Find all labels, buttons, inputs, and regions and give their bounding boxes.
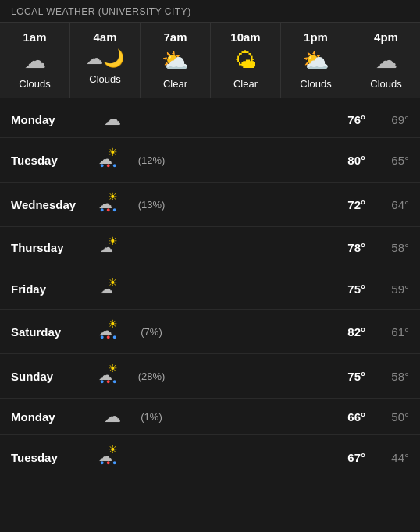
forecast-icon: ☀ ☁ ● ● ● bbox=[97, 443, 128, 471]
hour-icon: ⛅ bbox=[162, 50, 189, 72]
hour-condition: Clear bbox=[233, 78, 258, 90]
hour-item: 1am ☁ Clouds bbox=[0, 23, 70, 98]
forecast-day: Sunday bbox=[11, 370, 97, 383]
forecast-low: 58° bbox=[379, 241, 409, 254]
forecast-icon: ☀ ☁ ● ● ● bbox=[97, 362, 128, 390]
hour-icon: ⛅ bbox=[302, 50, 329, 72]
forecast-low: 64° bbox=[379, 198, 409, 211]
forecast-row: Wednesday ☀ ☁ ● ● ● (13%) 72° 64° bbox=[0, 183, 420, 227]
forecast-temps: 75° 59° bbox=[336, 282, 409, 296]
forecast-icon: ☀ ☁ ● ● ● bbox=[97, 317, 128, 346]
forecast-low: 65° bbox=[379, 154, 409, 167]
forecast-icon: ☀ ☁ ● ● ● bbox=[97, 146, 128, 174]
forecast-day: Friday bbox=[11, 282, 97, 296]
daily-forecast: Monday ☁ 76° 69° Tuesday ☀ ☁ ● ● ● (12%)… bbox=[0, 101, 420, 479]
hour-item: 4am ☁🌙 Clouds bbox=[70, 23, 141, 98]
forecast-high: 66° bbox=[336, 410, 365, 424]
forecast-row: Tuesday ☀ ☁ ● ● ● 67° 44° bbox=[0, 435, 420, 479]
hourly-forecast: 1am ☁ Clouds 4am ☁🌙 Clouds 7am ⛅ Clear 1… bbox=[0, 22, 420, 98]
hour-condition: Clouds bbox=[370, 78, 401, 90]
forecast-high: 67° bbox=[336, 451, 365, 464]
forecast-row: Monday ☁ (1%) 66° 50° bbox=[0, 399, 420, 435]
forecast-icon: ☁ bbox=[97, 406, 128, 427]
hour-time: 4pm bbox=[374, 30, 398, 44]
hour-time: 4am bbox=[93, 30, 116, 44]
forecast-high: 78° bbox=[336, 241, 365, 254]
forecast-icon: ☁ bbox=[97, 109, 128, 129]
forecast-precip: (12%) bbox=[128, 154, 175, 166]
hour-icon: 🌤 bbox=[235, 50, 257, 72]
forecast-day: Tuesday bbox=[11, 154, 97, 167]
forecast-temps: 72° 64° bbox=[336, 198, 409, 211]
forecast-row: Saturday ☀ ☁ ● ● ● (7%) 82° 61° bbox=[0, 310, 420, 354]
hour-condition: Clouds bbox=[89, 73, 120, 85]
forecast-row: Monday ☁ 76° 69° bbox=[0, 101, 420, 138]
forecast-low: 61° bbox=[379, 325, 409, 339]
forecast-icon: ☀ ☁ bbox=[97, 235, 128, 260]
forecast-high: 75° bbox=[336, 370, 365, 383]
hour-item: 4pm ☁ Clouds bbox=[351, 23, 420, 98]
forecast-low: 50° bbox=[379, 410, 409, 424]
forecast-precip: (7%) bbox=[128, 326, 175, 338]
forecast-icon: ☀ ☁ bbox=[97, 276, 128, 301]
hour-condition: Clouds bbox=[19, 78, 50, 90]
forecast-temps: 76° 69° bbox=[336, 113, 409, 126]
forecast-low: 44° bbox=[379, 451, 409, 464]
forecast-low: 59° bbox=[379, 282, 409, 296]
forecast-precip: (1%) bbox=[128, 411, 175, 423]
hour-item: 7am ⛅ Clear bbox=[141, 23, 211, 98]
hour-icon: ☁ bbox=[376, 50, 397, 72]
forecast-high: 82° bbox=[336, 325, 365, 339]
forecast-high: 72° bbox=[336, 198, 365, 211]
header: LOCAL WEATHER (UNIVERSITY CITY) bbox=[0, 0, 420, 22]
hour-condition: Clouds bbox=[300, 78, 331, 90]
hour-icon: ☁🌙 bbox=[86, 50, 124, 67]
forecast-high: 76° bbox=[336, 113, 365, 126]
forecast-high: 80° bbox=[336, 154, 365, 167]
forecast-day: Monday bbox=[11, 113, 97, 126]
hour-time: 7am bbox=[163, 30, 187, 44]
forecast-day: Tuesday bbox=[11, 451, 97, 464]
forecast-low: 69° bbox=[379, 113, 409, 126]
forecast-temps: 82° 61° bbox=[336, 325, 409, 339]
hour-item: 10am 🌤 Clear bbox=[211, 23, 281, 98]
forecast-day: Monday bbox=[11, 410, 97, 424]
forecast-day: Saturday bbox=[11, 325, 97, 339]
forecast-day: Wednesday bbox=[11, 198, 97, 211]
hour-item: 1pm ⛅ Clouds bbox=[281, 23, 351, 98]
forecast-temps: 78° 58° bbox=[336, 241, 409, 254]
hour-time: 10am bbox=[230, 30, 260, 44]
forecast-row: Friday ☀ ☁ 75° 59° bbox=[0, 268, 420, 310]
forecast-precip: (13%) bbox=[128, 199, 175, 211]
hour-time: 1am bbox=[23, 30, 46, 44]
forecast-row: Thursday ☀ ☁ 78° 58° bbox=[0, 227, 420, 268]
forecast-high: 75° bbox=[336, 282, 365, 296]
forecast-temps: 66° 50° bbox=[336, 410, 409, 424]
hour-time: 1pm bbox=[304, 30, 328, 44]
hour-icon: ☁ bbox=[24, 50, 46, 72]
forecast-row: Tuesday ☀ ☁ ● ● ● (12%) 80° 65° bbox=[0, 138, 420, 183]
location-title: LOCAL WEATHER (UNIVERSITY CITY) bbox=[11, 6, 191, 17]
forecast-day: Thursday bbox=[11, 241, 97, 254]
forecast-temps: 80° 65° bbox=[336, 154, 409, 167]
forecast-temps: 67° 44° bbox=[336, 451, 409, 464]
hour-condition: Clear bbox=[163, 78, 187, 90]
forecast-temps: 75° 58° bbox=[336, 370, 409, 383]
forecast-low: 58° bbox=[379, 370, 409, 383]
forecast-precip: (28%) bbox=[128, 371, 175, 382]
forecast-row: Sunday ☀ ☁ ● ● ● (28%) 75° 58° bbox=[0, 354, 420, 399]
forecast-icon: ☀ ☁ ● ● ● bbox=[97, 190, 128, 218]
